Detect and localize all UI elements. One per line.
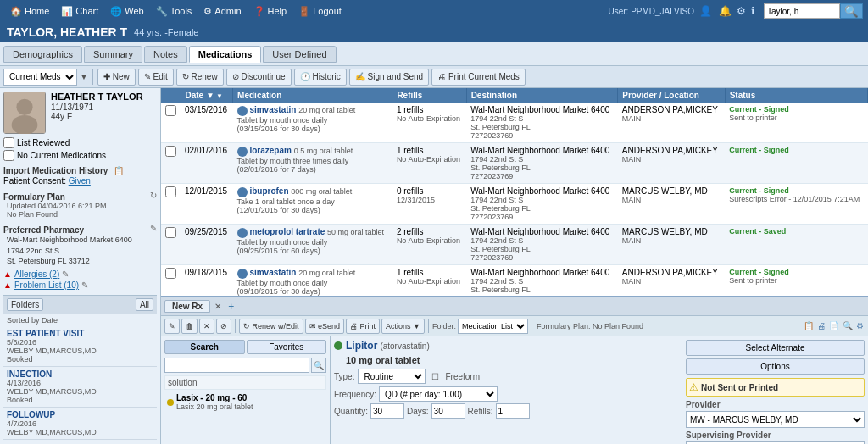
info-nav-icon: ℹ [751, 5, 755, 17]
row-checkbox-0[interactable] [165, 105, 176, 116]
new-med-button[interactable]: ✚ New [97, 69, 136, 86]
nav-admin[interactable]: ⚙ Admin [198, 4, 246, 19]
delete-icon-btn[interactable]: 🗑 [181, 319, 198, 334]
allergies-section: ▲ Allergies (2) ✎ [3, 269, 157, 279]
cancel-icon-btn[interactable]: ✕ [199, 319, 214, 334]
allergies-label[interactable]: Allergies (2) [14, 269, 59, 279]
bottom-icon-5[interactable]: ⚙ [855, 320, 865, 331]
bottom-tab-new-rx[interactable]: New Rx [164, 300, 210, 313]
info-icon-1[interactable]: i [237, 147, 248, 157]
drug-search-input[interactable] [164, 358, 309, 373]
med-sig-0: Tablet by mouth once daily [237, 116, 388, 125]
formulary-refresh-icon[interactable]: ↻ [150, 191, 157, 200]
search-tab[interactable]: Search [164, 340, 245, 354]
med-name-1: lorazepam [249, 146, 291, 155]
discontinue-icon-btn[interactable]: ⊘ [216, 319, 231, 334]
pharmacy-edit-icon[interactable]: ✎ [150, 224, 157, 233]
days-input[interactable] [431, 403, 465, 419]
search-button[interactable]: 🔍 [840, 3, 863, 19]
nav-web[interactable]: 🌐 Web [105, 4, 148, 19]
edit-med-button[interactable]: ✎ Edit [138, 69, 174, 86]
row-checkbox-3[interactable] [165, 227, 176, 238]
table-row[interactable]: 12/01/2015 i ibuprofen 800 mg oral table… [161, 184, 868, 225]
type-select[interactable]: Routine [358, 369, 426, 384]
sign-send-button[interactable]: ✍ Sign and Send [349, 69, 429, 86]
print-btn[interactable]: 🖨 Print [346, 319, 380, 334]
visit-item-3[interactable]: FOLLOWUP 4/7/2016 WELBY MD,MARCUS,MD [3, 408, 157, 440]
select-alternate-button[interactable]: Select Alternate [686, 340, 865, 356]
nav-chart[interactable]: 📊 Chart [56, 4, 103, 19]
tab-notes[interactable]: Notes [144, 46, 187, 63]
visit-item-1[interactable]: EST PATIENT VISIT 5/6/2016 WELBY MD,MARC… [3, 326, 157, 367]
allergies-edit-icon[interactable]: ✎ [62, 269, 69, 279]
info-icon-3[interactable]: i [237, 228, 248, 238]
table-row[interactable]: 09/25/2015 i metoprolol tartrate 50 mg o… [161, 225, 868, 265]
qty-input[interactable] [370, 403, 404, 419]
folder-select[interactable]: Medication List [458, 319, 528, 334]
logout-icon: 🚪 [298, 6, 310, 17]
discontinue-button[interactable]: ⊘ Discontinue [226, 69, 292, 86]
bottom-icon-4[interactable]: 🔍 [842, 320, 854, 331]
med-detail-2: 800 mg oral tablet [291, 187, 352, 196]
info-icon-4[interactable]: i [237, 269, 248, 279]
refills-exp-0: No Auto-Expiration [397, 114, 462, 123]
lasix-list-item[interactable]: Lasix - 20 mg - 60 Lasix 20 mg oral tabl… [164, 391, 326, 413]
problem-edit-icon[interactable]: ✎ [81, 280, 88, 290]
refills-input[interactable] [496, 403, 530, 419]
patient-search-input[interactable] [764, 3, 840, 19]
row-refills-3: 2 refills No Auto-Expiration [392, 225, 466, 265]
problem-list-label[interactable]: Problem List (10) [14, 280, 79, 290]
nav-logout[interactable]: 🚪 Logout [293, 4, 347, 19]
all-button[interactable]: All [136, 298, 153, 311]
options-button[interactable]: Options [686, 358, 865, 375]
tab-summary[interactable]: Summary [84, 46, 142, 63]
table-row[interactable]: 09/18/2015 i simvastatin 20 mg oral tabl… [161, 265, 868, 297]
list-reviewed-checkbox[interactable] [3, 137, 14, 148]
renew-edit-btn[interactable]: ↻ Renew w/Edit [239, 319, 303, 334]
import-icon[interactable]: 📋 [114, 166, 124, 175]
bottom-icon-3[interactable]: 📄 [828, 320, 840, 331]
bottom-icon-1[interactable]: 📋 [803, 320, 815, 331]
actions-btn[interactable]: Actions ▼ [381, 319, 425, 334]
refills-count-2: 0 refills [397, 186, 462, 196]
consent-value[interactable]: Given [69, 176, 91, 186]
med-dates-3: (09/25/2015 for 60 days) [237, 247, 388, 255]
bottom-icon-2[interactable]: 🖨 [816, 320, 826, 331]
folders-button[interactable]: Folders [7, 298, 43, 311]
add-tab-icon[interactable]: + [225, 300, 236, 314]
nav-home[interactable]: 🏠 Home [5, 4, 54, 19]
row-checkbox-cell [161, 143, 181, 184]
nav-help[interactable]: ❓ Help [248, 4, 292, 19]
print-current-button[interactable]: 🖨 Print Current Meds [431, 69, 526, 86]
row-checkbox-2[interactable] [165, 186, 176, 197]
table-row[interactable]: 03/15/2016 i simvastatin 20 mg oral tabl… [161, 103, 868, 143]
meds-filter-select[interactable]: Current Meds [3, 69, 77, 86]
historic-button[interactable]: 🕐 Historic [294, 69, 347, 86]
search-go-button[interactable]: 🔍 [311, 358, 326, 373]
tab-user-defined[interactable]: User Defined [263, 46, 336, 63]
row-checkbox-4[interactable] [165, 268, 176, 279]
tab-demographics[interactable]: Demographics [3, 46, 82, 63]
renew-button[interactable]: ↻ Renew [176, 69, 224, 86]
close-tab-icon[interactable]: ✕ [212, 301, 224, 312]
row-checkbox-1[interactable] [165, 146, 176, 157]
visit-item-2[interactable]: INJECTION 4/13/2016 WELBY MD,MARCUS,MD B… [3, 367, 157, 408]
table-row[interactable]: 02/01/2016 i lorazepam 0.5 mg oral table… [161, 143, 868, 184]
nav-tools[interactable]: 🔧 Tools [151, 4, 198, 19]
row-refills-0: 1 refills No Auto-Expiration [392, 103, 466, 143]
med-name-4: simvastatin [249, 268, 296, 277]
info-icon-0[interactable]: i [237, 106, 248, 116]
col-date[interactable]: Date ▼ [181, 88, 233, 103]
filter-dropdown-icon[interactable]: ▼ [80, 72, 88, 81]
esend-btn[interactable]: ✉ eSend [305, 319, 345, 334]
tab-medications[interactable]: Medications [189, 46, 262, 63]
provider-select[interactable]: MW - MARCUS WELBY, MD [686, 411, 865, 428]
no-current-meds-checkbox[interactable] [3, 150, 14, 161]
favorites-tab[interactable]: Favorites [247, 340, 327, 354]
info-icon-2[interactable]: i [237, 187, 248, 197]
edit-icon-btn[interactable]: ✎ [164, 319, 180, 334]
status-detail-4: Sent to printer [729, 276, 863, 285]
triangle-icon: ▲ [3, 269, 12, 279]
row-date-1: 02/01/2016 [181, 143, 233, 184]
freq-select[interactable]: QD (# per day: 1.00) [379, 386, 498, 402]
